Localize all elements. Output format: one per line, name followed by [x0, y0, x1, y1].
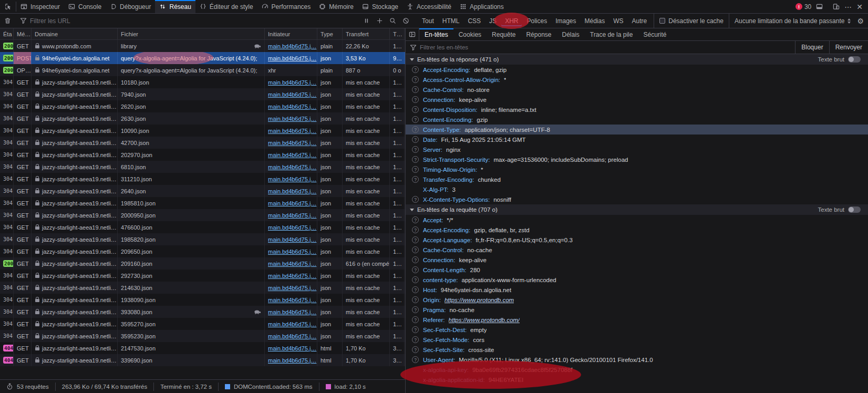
type-filter-tout[interactable]: Tout [418, 16, 438, 26]
type-filter-html[interactable]: HTML [439, 16, 463, 26]
help-icon[interactable]: ? [412, 126, 419, 133]
request-header-row[interactable]: ?Accept:*/* [406, 215, 868, 225]
table-row[interactable]: 200GETwww.protondb.comlibrarymain.bd4b6d… [0, 40, 405, 52]
tab-stockage[interactable]: Stockage [358, 0, 402, 13]
table-row[interactable]: 304GETjazzy-starlight-aeea19.netli…31121… [0, 173, 405, 185]
response-header-row[interactable]: ?Content-Encoding:gzip [406, 115, 868, 125]
tab-applications[interactable]: Applications [456, 0, 508, 13]
table-row[interactable]: 304GETjazzy-starlight-aeea19.netli…21463… [0, 282, 405, 294]
request-header-row[interactable]: ?Cache-Control:no-cache [406, 245, 868, 255]
response-header-row[interactable]: ?Content-Type:application/json; charset=… [406, 125, 868, 135]
initiator-link[interactable]: main.bd4b6d75.j… [268, 261, 316, 267]
help-icon[interactable]: ? [412, 66, 419, 73]
help-icon[interactable]: ? [412, 166, 419, 173]
initiator-link[interactable]: main.bd4b6d75.j… [268, 236, 316, 243]
header-value[interactable]: https://www.protondb.com/ [449, 317, 520, 323]
column-header-7[interactable]: T… [390, 28, 405, 39]
details-tab-en-t-tes[interactable]: En-têtes [419, 28, 453, 40]
initiator-link[interactable]: main.bd4b6d75.j… [268, 224, 316, 231]
initiator-link[interactable]: main.bd4b6d75.j… [268, 273, 316, 279]
raw-toggle-switch[interactable] [848, 56, 861, 63]
pause-traffic-icon[interactable] [363, 17, 370, 24]
request-header-row[interactable]: ?Content-Length:280 [406, 265, 868, 275]
network-settings-gear-icon[interactable]: ⚙ [856, 17, 868, 25]
initiator-link[interactable]: main.bd4b6d75.j… [268, 116, 316, 122]
responsive-mode-icon[interactable] [833, 3, 840, 10]
table-row[interactable]: 304GETjazzy-starlight-aeea19.netli…10180… [0, 76, 405, 88]
response-header-row[interactable]: ?Server:nginx [406, 144, 868, 154]
request-header-row[interactable]: ?content-type:application/x-www-form-url… [406, 275, 868, 285]
initiator-link[interactable]: main.bd4b6d75.j… [268, 212, 316, 219]
table-row[interactable]: 200OP…94he6yatei-dsn.algolia.netquery?x-… [0, 64, 405, 76]
response-header-row[interactable]: ?Connection:keep-alive [406, 95, 868, 105]
request-header-row[interactable]: ?Connection:keep-alive [406, 255, 868, 265]
table-row[interactable]: 304GETjazzy-starlight-aeea19.netli…35952… [0, 318, 405, 330]
help-icon[interactable]: ? [412, 316, 419, 323]
initiator-link[interactable]: main.bd4b6d75.j… [268, 104, 316, 110]
initiator-link[interactable]: main.bd4b6d75.j… [268, 55, 316, 61]
table-row[interactable]: 304GETjazzy-starlight-aeea19.netli…2620.… [0, 100, 405, 112]
response-header-row[interactable]: ?Access-Control-Allow-Origin:* [406, 75, 868, 85]
table-row[interactable]: 304GETjazzy-starlight-aeea19.netli…35952… [0, 330, 405, 342]
table-row[interactable]: 304GETjazzy-starlight-aeea19.netli…19380… [0, 294, 405, 306]
response-headers-section-bar[interactable]: En-têtes de la réponse (471 o) Texte bru… [406, 54, 868, 65]
request-header-row[interactable]: ?Accept-Language:fr,fr-FR;q=0.8,en-US;q=… [406, 235, 868, 245]
request-header-row[interactable]: ?x-algolia-api-key:9ba0e69fb2974316cdaec… [406, 365, 868, 375]
initiator-link[interactable]: main.bd4b6d75.j… [268, 152, 316, 158]
block-requests-icon[interactable] [402, 17, 409, 24]
help-icon[interactable]: ? [412, 146, 419, 153]
response-header-row[interactable]: ?Date:Fri, 15 Aug 2025 21:05:14 GMT [406, 135, 868, 144]
initiator-link[interactable]: main.bd4b6d75.j… [268, 43, 316, 49]
tab-memoire[interactable]: Mémoire [315, 0, 358, 13]
details-tab-s-curit-[interactable]: Sécurité [638, 28, 671, 40]
table-row[interactable]: 304GETjazzy-starlight-aeea19.netli…19858… [0, 233, 405, 245]
request-header-row[interactable]: ?Referer:https://www.protondb.com/ [406, 315, 868, 325]
help-icon[interactable]: ? [412, 96, 419, 103]
initiator-link[interactable]: main.bd4b6d75.j… [268, 249, 316, 255]
initiator-link[interactable]: main.bd4b6d75.j… [268, 333, 316, 339]
initiator-link[interactable]: main.bd4b6d75.j… [268, 176, 316, 182]
response-header-row[interactable]: ?Cache-Control:no-store [406, 85, 868, 95]
throttling-select[interactable]: Aucune limitation de la bande passante [729, 14, 856, 28]
table-row[interactable]: 304GETjazzy-starlight-aeea19.netli…6810.… [0, 161, 405, 173]
column-header-0[interactable]: Éta [0, 28, 14, 39]
help-icon[interactable]: ? [412, 226, 419, 233]
help-icon[interactable]: ? [412, 176, 419, 183]
details-tab-trace-de-la-pile[interactable]: Trace de la pile [585, 28, 638, 40]
table-row[interactable]: 304GETjazzy-starlight-aeea19.netli…20965… [0, 245, 405, 257]
response-header-row[interactable]: ?Transfer-Encoding:chunked [406, 174, 868, 184]
help-icon[interactable]: ? [412, 196, 419, 203]
table-row[interactable]: 304GETjazzy-starlight-aeea19.netli…39308… [0, 306, 405, 318]
table-row[interactable]: 304GETjazzy-starlight-aeea19.netli…20009… [0, 209, 405, 221]
table-row[interactable]: 304GETjazzy-starlight-aeea19.netli…42700… [0, 137, 405, 149]
request-headers-section-bar[interactable]: En-têtes de la requête (707 o) Texte bru… [406, 204, 868, 215]
panel-toggle-icon[interactable] [406, 28, 419, 40]
initiator-link[interactable]: main.bd4b6d75.j… [268, 91, 316, 98]
type-filter-css[interactable]: CSS [464, 16, 484, 26]
request-header-row[interactable]: ?Pragma:no-cache [406, 305, 868, 315]
table-row[interactable]: 404GETjazzy-starlight-aeea19.netli…21475… [0, 342, 405, 354]
table-row[interactable]: 304GETjazzy-starlight-aeea19.netli…2640.… [0, 185, 405, 197]
help-icon[interactable]: ? [412, 326, 419, 333]
help-icon[interactable]: ? [412, 216, 419, 223]
table-row[interactable]: 304GETjazzy-starlight-aeea19.netli…29273… [0, 270, 405, 282]
type-filter-ws[interactable]: WS [609, 16, 627, 26]
tab-inspecteur[interactable]: Inspecteur [16, 0, 64, 13]
table-row[interactable]: 304GETjazzy-starlight-aeea19.netli…7940.… [0, 88, 405, 100]
type-filter-js[interactable]: JS [485, 16, 500, 26]
request-header-row[interactable]: ?Sec-Fetch-Mode:cors [406, 335, 868, 345]
column-header-4[interactable]: Initiateur [265, 28, 317, 39]
details-tab-requ-te[interactable]: Requête [487, 28, 521, 40]
initiator-link[interactable]: main.bd4b6d75.j… [268, 321, 316, 327]
dock-side-icon[interactable] [816, 3, 823, 10]
help-icon[interactable]: ? [412, 286, 419, 293]
headers-filter-input[interactable] [420, 44, 795, 50]
tab-console[interactable]: Console [64, 0, 106, 13]
initiator-link[interactable]: main.bd4b6d75.j… [268, 200, 316, 206]
type-filter-polices[interactable]: Polices [523, 16, 551, 26]
table-row[interactable]: 304GETjazzy-starlight-aeea19.netli…47660… [0, 221, 405, 233]
search-icon[interactable] [389, 17, 396, 24]
help-icon[interactable]: ? [412, 76, 419, 83]
request-header-row[interactable]: ?x-algolia-application-id:94HE6YATEI [406, 375, 868, 385]
help-icon[interactable]: ? [412, 156, 419, 163]
